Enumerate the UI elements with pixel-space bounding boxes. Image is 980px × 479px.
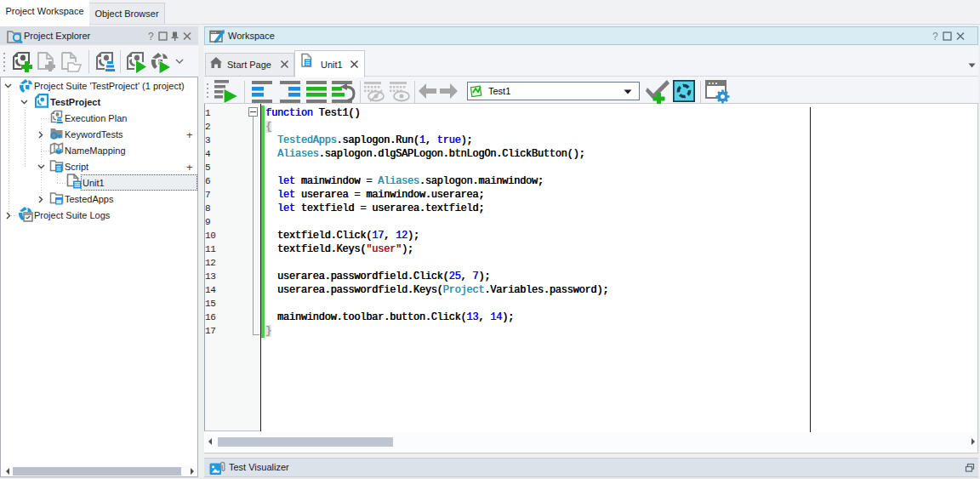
svg-text:?: ? (148, 31, 154, 42)
svg-text:?: ? (932, 31, 938, 42)
